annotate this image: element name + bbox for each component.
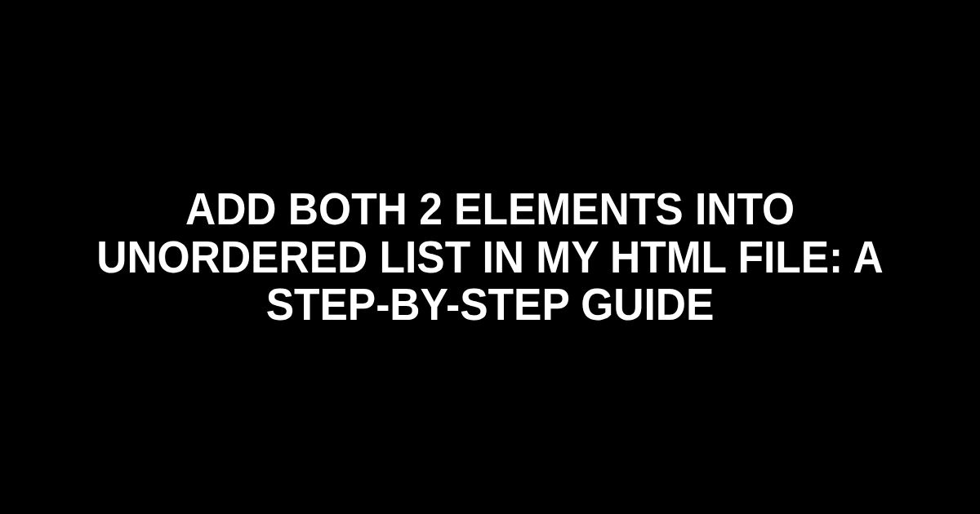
page-title: Add Both 2 Elements into Unordered List …: [39, 185, 941, 329]
